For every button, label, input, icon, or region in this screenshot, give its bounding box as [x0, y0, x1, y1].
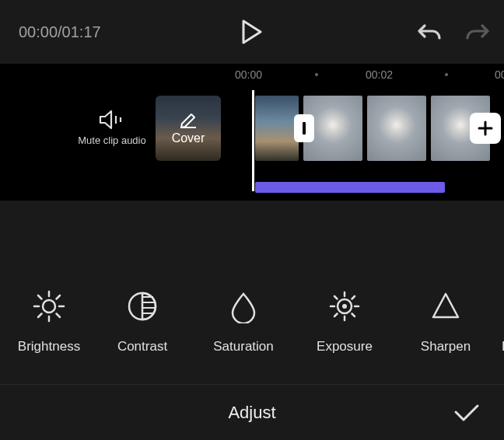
svg-line-11 — [38, 295, 42, 299]
undo-redo-group — [417, 22, 490, 42]
saturation-icon — [226, 289, 261, 323]
panel-footer: Adjust — [0, 384, 504, 440]
plus-icon — [477, 120, 494, 137]
edit-icon — [179, 111, 198, 128]
svg-line-27 — [352, 314, 355, 317]
exposure-icon — [327, 289, 362, 323]
adjust-brightness[interactable]: Brightness — [6, 289, 92, 354]
clip-thumbnail[interactable] — [367, 96, 426, 161]
mute-label: Mute clip audio — [78, 134, 145, 147]
handle-icon — [301, 120, 307, 136]
redo-button[interactable] — [465, 22, 490, 42]
play-button[interactable] — [241, 19, 263, 44]
timecode: 00:00/01:17 — [19, 23, 101, 41]
time-ruler: 00:00 00:02 00 — [0, 64, 504, 87]
timeline[interactable]: 00:00 00:02 00 Mute clip audio Cover — [0, 64, 504, 201]
ruler-dot — [315, 73, 318, 76]
svg-line-29 — [352, 296, 355, 299]
adjust-highlight[interactable]: Highlight — [496, 289, 504, 354]
adjust-label: Brightness — [18, 339, 80, 354]
play-icon — [241, 19, 263, 44]
trim-handle-left[interactable] — [294, 114, 314, 142]
clip-strip[interactable] — [255, 96, 490, 161]
svg-point-6 — [43, 300, 55, 313]
adjust-label: Exposure — [317, 339, 373, 354]
contrast-icon — [125, 289, 159, 323]
audio-track[interactable] — [255, 182, 445, 193]
clip-thumbnail[interactable] — [255, 96, 299, 161]
svg-rect-3 — [303, 122, 306, 134]
add-clip-button[interactable] — [470, 113, 501, 144]
sharpen-icon — [429, 289, 463, 323]
svg-line-12 — [57, 314, 61, 318]
adjust-label: Saturation — [213, 339, 274, 354]
undo-button[interactable] — [417, 22, 442, 42]
confirm-button[interactable] — [453, 403, 481, 423]
svg-point-21 — [342, 304, 347, 309]
brightness-icon — [32, 289, 66, 323]
adjust-panel: Brightness Contrast Saturation — [0, 201, 504, 440]
check-icon — [453, 403, 481, 423]
adjust-tools-row: Brightness Contrast Saturation — [0, 289, 504, 354]
adjust-exposure[interactable]: Exposure — [294, 289, 395, 354]
svg-line-28 — [334, 314, 338, 317]
undo-icon — [417, 22, 442, 42]
adjust-saturation[interactable]: Saturation — [193, 289, 294, 354]
svg-line-13 — [38, 314, 42, 318]
ruler-tick: 00:02 — [366, 68, 393, 81]
svg-line-26 — [334, 296, 338, 299]
adjust-sharpen[interactable]: Sharpen — [395, 289, 496, 354]
svg-line-14 — [57, 295, 61, 299]
ruler-tick: 00:00 — [235, 68, 262, 81]
ruler-dot — [445, 73, 448, 76]
speaker-icon — [99, 110, 125, 130]
cover-button[interactable]: Cover — [156, 96, 221, 161]
cover-label: Cover — [172, 131, 205, 145]
mute-clip-audio-button[interactable]: Mute clip audio — [78, 110, 146, 147]
redo-icon — [465, 22, 490, 42]
panel-title: Adjust — [228, 403, 275, 423]
ruler-tick: 00 — [495, 68, 504, 81]
adjust-contrast[interactable]: Contrast — [92, 289, 193, 354]
adjust-label: Contrast — [117, 339, 167, 354]
top-bar: 00:00/01:17 — [0, 0, 504, 64]
adjust-label: Sharpen — [421, 339, 471, 354]
playhead[interactable] — [252, 90, 254, 191]
